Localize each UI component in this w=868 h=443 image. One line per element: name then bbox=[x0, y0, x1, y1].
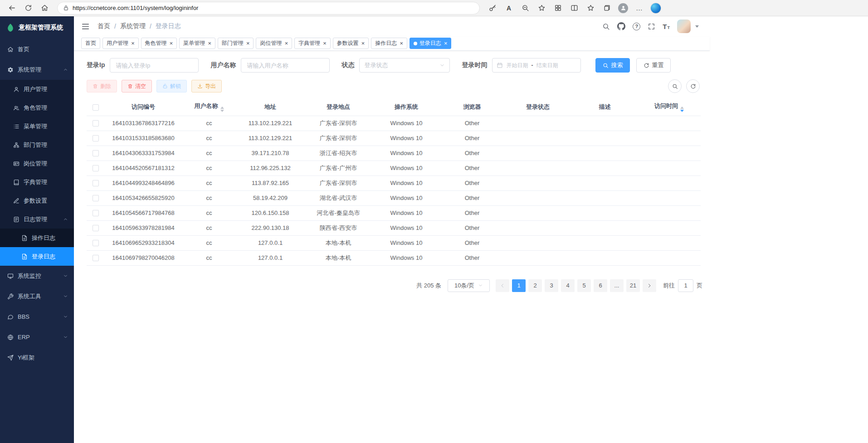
sidebar-item-erp[interactable]: ERP bbox=[0, 327, 74, 347]
select-all-checkbox[interactable] bbox=[93, 104, 99, 111]
sidebar-item-log-mgmt[interactable]: 日志管理 bbox=[0, 210, 74, 229]
browser-home-button[interactable] bbox=[37, 2, 52, 15]
page-button-1[interactable]: 1 bbox=[512, 279, 526, 292]
help-icon[interactable]: ? bbox=[633, 23, 640, 30]
date-range-picker[interactable]: 开始日期 - 结束日期 bbox=[492, 58, 581, 73]
row-checkbox[interactable] bbox=[93, 180, 99, 186]
col-visit-time[interactable]: 访问时间 bbox=[638, 99, 701, 116]
close-icon[interactable]: × bbox=[246, 40, 250, 46]
fullscreen-icon[interactable] bbox=[648, 23, 655, 30]
github-icon[interactable] bbox=[617, 22, 625, 30]
sidebar-item-post-mgmt[interactable]: 岗位管理 bbox=[0, 154, 74, 173]
sidebar-item-role-mgmt[interactable]: 角色管理 bbox=[0, 98, 74, 117]
tab-dept-mgmt[interactable]: 部门管理× bbox=[218, 38, 254, 49]
table-row[interactable]: 1641044520567181312 cc 112.96.225.132 广东… bbox=[87, 161, 701, 175]
sidebar-item-login-log[interactable]: 登录日志 bbox=[0, 247, 74, 266]
table-row[interactable]: 1641053426655825920 cc 58.19.42.209 湖北省-… bbox=[87, 190, 701, 205]
page-button-2[interactable]: 2 bbox=[528, 279, 542, 292]
browser-back-button[interactable] bbox=[5, 2, 19, 15]
reset-button[interactable]: 重置 bbox=[636, 58, 671, 73]
sort-carets-icon[interactable] bbox=[680, 107, 684, 112]
browser-menu-icon[interactable]: … bbox=[632, 2, 647, 15]
page-button-5[interactable]: 5 bbox=[577, 279, 591, 292]
next-page-button[interactable] bbox=[643, 279, 656, 292]
sidebar-item-system-mgmt[interactable]: 系统管理 bbox=[0, 59, 74, 80]
table-row[interactable]: 1641054566717984768 cc 120.6.150.158 河北省… bbox=[87, 205, 701, 220]
sidebar-item-dict-mgmt[interactable]: 字典管理 bbox=[0, 173, 74, 191]
breadcrumb-home[interactable]: 首页 bbox=[98, 22, 110, 30]
avatar-dropdown-caret[interactable] bbox=[695, 25, 699, 28]
unlock-button[interactable]: 解锁 bbox=[156, 80, 187, 92]
sidebar-item-system-monitor[interactable]: 系统监控 bbox=[0, 266, 74, 286]
tab-post-mgmt[interactable]: 岗位管理× bbox=[256, 38, 292, 49]
sort-carets-icon[interactable] bbox=[220, 107, 224, 112]
row-checkbox[interactable] bbox=[93, 135, 99, 141]
col-user-name[interactable]: 用户名称 bbox=[182, 99, 236, 116]
favorites-bar-icon[interactable] bbox=[583, 2, 598, 15]
table-row[interactable]: 1641044993248464896 cc 113.87.92.165 广东省… bbox=[87, 175, 701, 190]
table-row[interactable]: 1641069798270046208 cc 127.0.0.1 本地-本机 W… bbox=[87, 250, 701, 265]
table-row[interactable]: 1641069652933218304 cc 127.0.0.1 本地-本机 W… bbox=[87, 235, 701, 250]
close-icon[interactable]: × bbox=[131, 40, 135, 46]
table-row[interactable]: 1641031533185863680 cc 113.102.129.221 广… bbox=[87, 131, 701, 146]
row-checkbox[interactable] bbox=[93, 165, 99, 171]
browser-profile-icon[interactable] bbox=[616, 2, 630, 15]
more-pages-button[interactable]: ... bbox=[610, 279, 624, 292]
read-aloud-icon[interactable]: A bbox=[502, 2, 516, 15]
close-icon[interactable]: × bbox=[361, 40, 365, 46]
sidebar-item-menu-mgmt[interactable]: 菜单管理 bbox=[0, 117, 74, 136]
close-icon[interactable]: × bbox=[400, 40, 403, 46]
collections-icon[interactable] bbox=[600, 2, 614, 15]
close-icon[interactable]: × bbox=[170, 40, 173, 46]
prev-page-button[interactable] bbox=[496, 279, 509, 292]
row-checkbox[interactable] bbox=[93, 255, 99, 261]
search-button[interactable]: 搜索 bbox=[595, 58, 630, 73]
table-row[interactable]: 1641059633978281984 cc 222.90.130.18 陕西省… bbox=[87, 220, 701, 235]
row-checkbox[interactable] bbox=[93, 195, 99, 201]
app-logo[interactable]: 意框架管理系统 bbox=[0, 16, 74, 39]
page-button-6[interactable]: 6 bbox=[594, 279, 607, 292]
sidebar-item-bbs[interactable]: BBS bbox=[0, 307, 74, 327]
page-button-4[interactable]: 4 bbox=[561, 279, 575, 292]
split-screen-icon[interactable] bbox=[567, 2, 581, 15]
tab-dict-mgmt[interactable]: 字典管理× bbox=[294, 38, 331, 49]
address-bar[interactable]: https://ccnetcore.com:1101/system/log/lo… bbox=[57, 2, 480, 15]
row-checkbox[interactable] bbox=[93, 225, 99, 231]
sidebar-item-user-mgmt[interactable]: 用户管理 bbox=[0, 80, 74, 98]
sidebar-item-dept-mgmt[interactable]: 部门管理 bbox=[0, 136, 74, 154]
close-icon[interactable]: × bbox=[284, 40, 288, 46]
page-button-last[interactable]: 21 bbox=[626, 279, 640, 292]
sidebar-toggle-icon[interactable] bbox=[81, 22, 90, 31]
delete-button[interactable]: 删除 bbox=[87, 80, 117, 92]
toggle-search-button[interactable] bbox=[668, 79, 682, 93]
goto-page-input[interactable] bbox=[678, 279, 693, 292]
tab-user-mgmt[interactable]: 用户管理× bbox=[102, 38, 139, 49]
clear-button[interactable]: 清空 bbox=[122, 80, 152, 92]
page-button-3[interactable]: 3 bbox=[545, 279, 558, 292]
row-checkbox[interactable] bbox=[93, 240, 99, 246]
page-size-select[interactable]: 10条/页 bbox=[448, 279, 490, 292]
tab-oper-log[interactable]: 操作日志× bbox=[371, 38, 407, 49]
sidebar-item-param-settings[interactable]: 参数设置 bbox=[0, 191, 74, 210]
table-row[interactable]: 1641031367863177216 cc 113.102.129.221 广… bbox=[87, 116, 701, 131]
login-ip-input[interactable] bbox=[110, 58, 199, 73]
close-icon[interactable]: × bbox=[444, 40, 448, 46]
sidebar-item-oper-log[interactable]: 操作日志 bbox=[0, 229, 74, 247]
row-checkbox[interactable] bbox=[93, 150, 99, 156]
favorites-star-icon[interactable] bbox=[534, 2, 549, 15]
extensions-icon[interactable] bbox=[551, 2, 565, 15]
sidebar-item-home[interactable]: 首页 bbox=[0, 39, 74, 59]
header-search-icon[interactable] bbox=[602, 23, 610, 30]
table-row[interactable]: 1641043063331753984 cc 39.171.210.78 浙江省… bbox=[87, 146, 701, 161]
close-icon[interactable]: × bbox=[208, 40, 211, 46]
zoom-out-icon[interactable] bbox=[518, 2, 532, 15]
password-key-icon[interactable] bbox=[485, 2, 500, 15]
copilot-icon[interactable] bbox=[649, 2, 663, 15]
tab-home[interactable]: 首页 bbox=[81, 38, 100, 49]
font-size-icon[interactable]: TT bbox=[663, 23, 670, 30]
breadcrumb-system-mgmt[interactable]: 系统管理 bbox=[120, 22, 146, 30]
export-button[interactable]: 导出 bbox=[191, 80, 222, 92]
tab-param-settings[interactable]: 参数设置× bbox=[333, 38, 369, 49]
tab-login-log[interactable]: 登录日志× bbox=[410, 38, 452, 49]
status-select[interactable]: 登录状态 bbox=[359, 58, 450, 73]
